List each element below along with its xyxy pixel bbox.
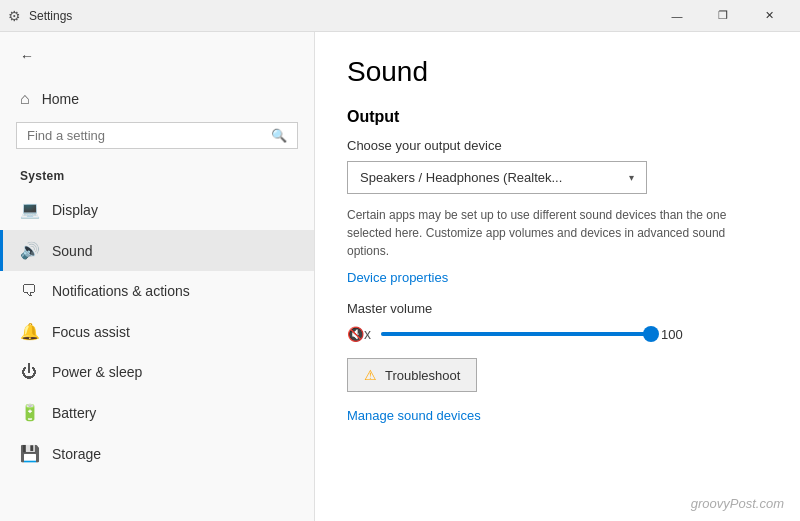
sidebar-item-label: Notifications & actions bbox=[52, 283, 190, 299]
title-bar-title: Settings bbox=[29, 9, 72, 23]
manage-sound-devices-link[interactable]: Manage sound devices bbox=[347, 408, 481, 423]
dropdown-arrow-icon: ▾ bbox=[629, 172, 634, 183]
sidebar-item-label: Focus assist bbox=[52, 324, 130, 340]
info-text: Certain apps may be set up to use differ… bbox=[347, 206, 768, 260]
sidebar-item-power[interactable]: ⏻ Power & sleep bbox=[0, 352, 314, 392]
settings-app-icon: ⚙ bbox=[8, 8, 21, 24]
notifications-icon: 🗨 bbox=[20, 282, 38, 300]
sidebar-item-display[interactable]: 💻 Display bbox=[0, 189, 314, 230]
sidebar-item-focus[interactable]: 🔔 Focus assist bbox=[0, 311, 314, 352]
search-icon: 🔍 bbox=[271, 128, 287, 143]
sidebar-item-label: Battery bbox=[52, 405, 96, 421]
display-icon: 💻 bbox=[20, 200, 38, 219]
sidebar-item-notifications[interactable]: 🗨 Notifications & actions bbox=[0, 271, 314, 311]
output-device-dropdown[interactable]: Speakers / Headphones (Realtek... ▾ bbox=[347, 161, 647, 194]
minimize-button[interactable]: — bbox=[654, 0, 700, 32]
home-label: Home bbox=[42, 91, 79, 107]
device-properties-link[interactable]: Device properties bbox=[347, 270, 448, 285]
content-area: Sound Output Choose your output device S… bbox=[315, 32, 800, 521]
maximize-button[interactable]: ❐ bbox=[700, 0, 746, 32]
volume-row: 🔇x 100 bbox=[347, 326, 768, 342]
volume-value: 100 bbox=[661, 327, 691, 342]
home-icon: ⌂ bbox=[20, 90, 30, 108]
sidebar-nav-top: ← bbox=[0, 32, 314, 80]
back-button[interactable]: ← bbox=[16, 44, 38, 68]
troubleshoot-label: Troubleshoot bbox=[385, 368, 460, 383]
focus-icon: 🔔 bbox=[20, 322, 38, 341]
search-input[interactable] bbox=[27, 128, 265, 143]
title-bar: ⚙ Settings — ❐ ✕ bbox=[0, 0, 800, 32]
search-box[interactable]: 🔍 bbox=[16, 122, 298, 149]
sidebar-item-label: Power & sleep bbox=[52, 364, 142, 380]
choose-device-label: Choose your output device bbox=[347, 138, 768, 153]
sidebar-item-label: Display bbox=[52, 202, 98, 218]
volume-slider-fill bbox=[381, 332, 651, 336]
sidebar: ← ⌂ Home 🔍 System 💻 Display 🔊 Sound 🗨 No… bbox=[0, 32, 315, 521]
main-container: ← ⌂ Home 🔍 System 💻 Display 🔊 Sound 🗨 No… bbox=[0, 32, 800, 521]
output-section-title: Output bbox=[347, 108, 768, 126]
sidebar-item-label: Sound bbox=[52, 243, 92, 259]
battery-icon: 🔋 bbox=[20, 403, 38, 422]
sidebar-item-battery[interactable]: 🔋 Battery bbox=[0, 392, 314, 433]
troubleshoot-button[interactable]: ⚠ Troubleshoot bbox=[347, 358, 477, 392]
power-icon: ⏻ bbox=[20, 363, 38, 381]
sidebar-item-sound[interactable]: 🔊 Sound bbox=[0, 230, 314, 271]
page-title: Sound bbox=[347, 56, 768, 88]
watermark: groovyPost.com bbox=[691, 496, 784, 511]
sound-icon: 🔊 bbox=[20, 241, 38, 260]
volume-slider-thumb[interactable] bbox=[643, 326, 659, 342]
master-volume-label: Master volume bbox=[347, 301, 768, 316]
sidebar-item-label: Storage bbox=[52, 446, 101, 462]
volume-slider-track[interactable] bbox=[381, 332, 651, 336]
title-bar-left: ⚙ Settings bbox=[8, 8, 654, 24]
sidebar-section-label: System bbox=[0, 161, 314, 189]
mute-icon: 🔇x bbox=[347, 326, 371, 342]
sidebar-item-home[interactable]: ⌂ Home bbox=[0, 80, 314, 118]
close-button[interactable]: ✕ bbox=[746, 0, 792, 32]
sidebar-item-storage[interactable]: 💾 Storage bbox=[0, 433, 314, 474]
title-bar-controls: — ❐ ✕ bbox=[654, 0, 792, 32]
warning-icon: ⚠ bbox=[364, 367, 377, 383]
device-value: Speakers / Headphones (Realtek... bbox=[360, 170, 562, 185]
storage-icon: 💾 bbox=[20, 444, 38, 463]
